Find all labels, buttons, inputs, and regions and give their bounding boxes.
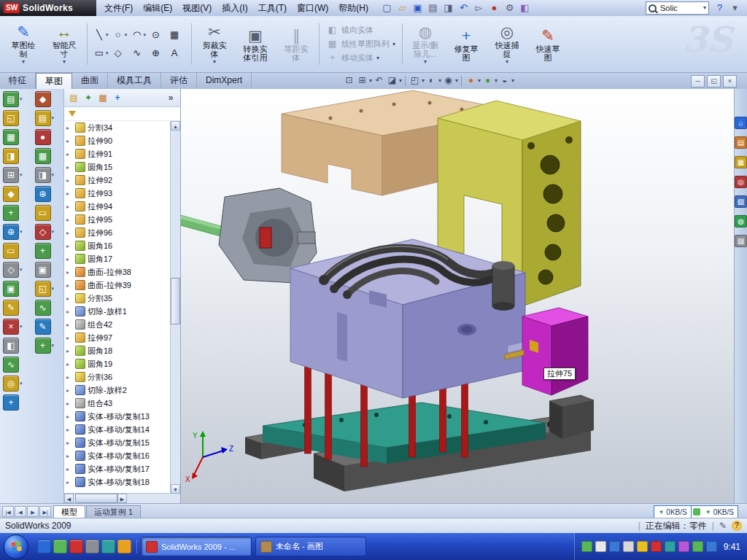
ellipse-tool-icon[interactable]: ⊙ (149, 28, 162, 42)
left-tool-icon[interactable]: ◆ (35, 91, 51, 107)
expand-arrow-icon[interactable]: ▸ (66, 230, 73, 236)
appearance-icon[interactable]: ◧ (518, 1, 532, 15)
dropdown-arrow-icon[interactable]: ▾ (63, 59, 66, 65)
tray-icon-1[interactable] (581, 541, 592, 552)
dropdown-arrow-icon[interactable]: ▾ (20, 324, 23, 330)
expand-arrow-icon[interactable]: ▸ (66, 374, 73, 381)
zoom-area-icon[interactable]: ⊞ (356, 74, 368, 87)
menu-item[interactable]: 帮助(H) (333, 1, 374, 16)
left-tool-icon[interactable]: + (35, 338, 51, 354)
dropdown-arrow-icon[interactable]: ▾ (506, 59, 508, 65)
tree-item[interactable]: ▸拉伸90 (64, 134, 171, 147)
help-status-icon[interactable]: ? (732, 521, 742, 531)
expand-arrow-icon[interactable]: ▸ (66, 203, 73, 210)
left-tool-icon[interactable]: ▤ (3, 91, 19, 107)
tree-item[interactable]: ▸实体-移动/复制18 (64, 475, 171, 489)
tray-icon-4[interactable] (623, 541, 634, 552)
doc-minimize-button[interactable]: ─ (691, 75, 705, 88)
taskbar-task-paint[interactable]: 未命名 - 画图 (255, 537, 366, 556)
expand-arrow-icon[interactable]: ▸ (66, 308, 73, 315)
view-orientation-icon[interactable]: ◰ (409, 74, 421, 87)
next-sheet-button[interactable]: ▶ (27, 506, 39, 517)
tray-icon-9[interactable] (692, 541, 703, 552)
dropdown-arrow-icon[interactable]: ▾ (52, 286, 55, 292)
left-tool-icon[interactable]: ✎ (35, 319, 51, 335)
menu-item[interactable]: 窗口(W) (292, 1, 333, 16)
tab-features[interactable]: 特征 (0, 73, 36, 88)
options-icon[interactable]: ⚙ (503, 1, 516, 15)
left-tool-icon[interactable]: ⊕ (35, 186, 51, 202)
menu-item[interactable]: 编辑(E) (138, 1, 177, 16)
left-tool-icon[interactable]: ▤ (35, 110, 51, 126)
new-document-icon[interactable]: ▢ (380, 1, 394, 15)
tree-item[interactable]: ▸拉伸93 (64, 187, 171, 200)
expand-arrow-icon[interactable]: ▸ (66, 348, 73, 354)
expand-arrow-icon[interactable]: ▸ (66, 243, 73, 249)
left-tool-icon[interactable]: × (3, 319, 19, 335)
tree-item[interactable]: ▸拉伸94 (64, 200, 171, 213)
toolbar-button-convert-entities[interactable]: ▣转换实体引用 (235, 18, 276, 71)
tree-item[interactable]: ▸拉伸95 (64, 213, 171, 226)
rectangle-tool-icon[interactable]: ▭ (93, 46, 106, 61)
left-tool-icon[interactable]: ▭ (3, 243, 19, 259)
expand-arrow-icon[interactable]: ▸ (66, 335, 73, 341)
graphics-viewport[interactable]: Y Z X 拉伸75 (181, 89, 734, 503)
dropdown-arrow-icon[interactable]: ▾ (20, 172, 23, 178)
toolbar-button-smart-dimension[interactable]: ↔智能尺寸▾ (44, 18, 85, 71)
left-tool-icon[interactable]: ◨ (35, 167, 51, 183)
tray-icon-8[interactable] (678, 541, 689, 552)
left-tool-icon[interactable]: ▦ (3, 129, 19, 145)
prev-sheet-button[interactable]: ◀ (15, 506, 26, 517)
left-tool-icon[interactable]: + (35, 243, 51, 259)
tree-item[interactable]: ▸圆角18 (64, 344, 171, 357)
menu-item[interactable]: 工具(T) (253, 1, 292, 16)
section-view-icon[interactable]: ◪ (386, 74, 398, 87)
scroll-left-icon[interactable]: ◀ (64, 494, 74, 503)
expand-arrow-icon[interactable]: ▸ (66, 177, 73, 184)
left-tool-icon[interactable]: ● (35, 129, 51, 145)
quicklaunch-paint-icon[interactable] (117, 540, 131, 553)
expand-arrow-icon[interactable]: ▸ (66, 427, 73, 433)
arc-tool-icon[interactable]: ◠ (131, 28, 144, 42)
rebuild-icon[interactable]: ● (487, 1, 501, 15)
dropdown-arrow-icon[interactable]: ▾ (125, 32, 128, 38)
point-tool-icon[interactable]: ⊕ (149, 46, 162, 61)
expand-arrow-icon[interactable]: ▸ (66, 361, 73, 368)
view-settings-icon[interactable]: ◒ (498, 74, 511, 87)
dropdown-arrow-icon[interactable]: ▾ (511, 78, 514, 84)
toolbar-button-linear-sketch-pattern[interactable]: ▦线性草图阵列▾ (326, 39, 395, 50)
left-tool-icon[interactable]: ∿ (3, 357, 19, 373)
toolbar-button-quick-snaps[interactable]: ◎快速捕捉▾ (487, 18, 527, 71)
left-tool-icon[interactable]: ⊕ (3, 224, 19, 240)
left-tool-icon[interactable]: + (3, 205, 19, 221)
scrollbar-thumb[interactable] (75, 494, 117, 503)
display-style-icon[interactable]: ◐ (425, 74, 438, 87)
open-icon[interactable]: ▱ (395, 1, 409, 15)
tab-motion-study[interactable]: 运动算例 1 (86, 505, 141, 518)
tree-item[interactable]: ▸实体-移动/复制17 (64, 462, 171, 475)
undo-icon[interactable]: ↶ (457, 1, 471, 15)
toolbar-button-mirror-entities[interactable]: ◧镜向实体 (326, 25, 395, 36)
previous-view-icon[interactable]: ↶ (373, 74, 385, 87)
expand-arrow-icon[interactable]: ▸ (66, 322, 73, 328)
tree-item[interactable]: ▸组合42 (64, 318, 171, 331)
chevron-down-icon[interactable]: ▾ (703, 5, 706, 11)
tree-item[interactable]: ▸拉伸91 (64, 147, 171, 160)
expand-arrow-icon[interactable]: ▸ (66, 269, 73, 276)
search-input[interactable] (659, 3, 701, 13)
scrollbar-thumb[interactable] (171, 278, 180, 324)
expand-arrow-icon[interactable]: ▸ (66, 125, 73, 131)
dimxpert-manager-icon[interactable]: + (112, 92, 123, 104)
scroll-right-icon[interactable]: ▶ (117, 494, 127, 503)
tree-vertical-scrollbar[interactable]: ▲ ▼ (170, 121, 180, 494)
menu-item[interactable]: 文件(F) (99, 1, 138, 16)
dropdown-arrow-icon[interactable]: ▾ (392, 42, 395, 47)
tree-item[interactable]: ▸分割34 (64, 121, 171, 134)
start-button[interactable] (4, 534, 28, 559)
featuremanager-tree-icon[interactable]: ▤ (68, 92, 80, 104)
left-tool-icon[interactable]: + (3, 394, 19, 411)
tray-icon-10[interactable] (706, 541, 717, 552)
quicklaunch-solidworks-icon[interactable] (69, 540, 83, 553)
expand-arrow-icon[interactable]: ▸ (66, 282, 73, 289)
home-icon[interactable]: ⌂ (735, 117, 747, 129)
